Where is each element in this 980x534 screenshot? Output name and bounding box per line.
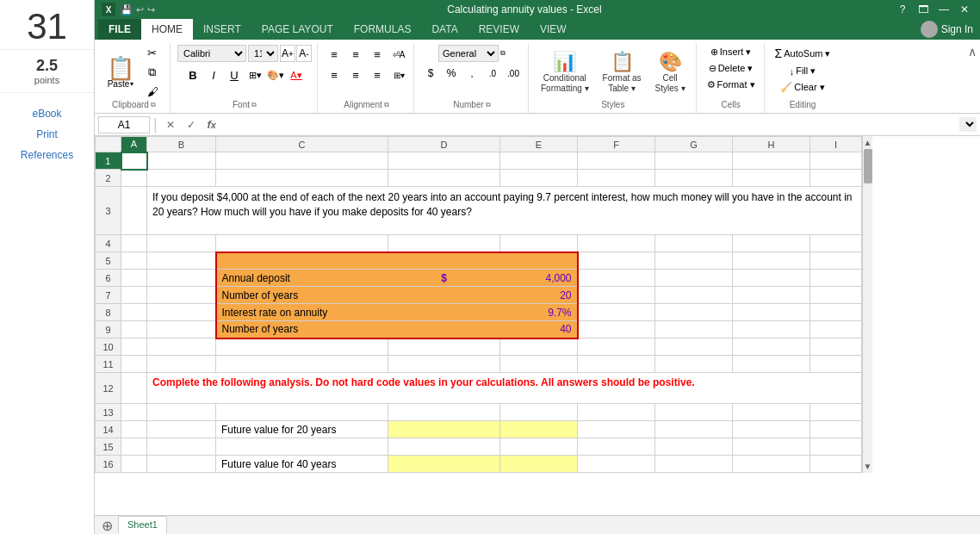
- cell-C11[interactable]: [216, 356, 388, 373]
- cell-A8[interactable]: [121, 304, 147, 321]
- paste-dropdown-icon[interactable]: ▾: [130, 80, 133, 88]
- cell-C4[interactable]: [216, 235, 388, 252]
- cell-A7[interactable]: [121, 287, 147, 304]
- insert-function-button[interactable]: fx: [202, 116, 221, 134]
- col-header-E[interactable]: E: [500, 137, 578, 152]
- cell-F1[interactable]: [578, 152, 655, 170]
- align-right-button[interactable]: ≡: [368, 65, 387, 84]
- cell-D14-yellow[interactable]: [388, 421, 500, 438]
- cell-B15[interactable]: [147, 438, 216, 456]
- col-header-I[interactable]: I: [810, 137, 862, 152]
- cell-I6[interactable]: [810, 270, 862, 287]
- conditional-formatting-button[interactable]: 📊 ConditionalFormatting ▾: [536, 47, 594, 97]
- cell-A16[interactable]: [121, 456, 147, 473]
- cell-B12-merged[interactable]: Complete the following analysis. Do not …: [147, 373, 862, 404]
- cell-B13[interactable]: [147, 404, 216, 421]
- cell-E15[interactable]: [500, 438, 578, 456]
- cell-H1[interactable]: [733, 152, 810, 170]
- cell-D8[interactable]: [388, 304, 500, 321]
- cell-F13[interactable]: [578, 404, 655, 421]
- cell-C15[interactable]: [216, 438, 388, 456]
- increase-font-size-button[interactable]: A+: [280, 45, 295, 62]
- cell-C8-label[interactable]: Interest rate on annuity: [216, 304, 388, 321]
- tab-page-layout[interactable]: PAGE LAYOUT: [251, 19, 344, 40]
- cell-H8[interactable]: [733, 304, 810, 321]
- tab-view[interactable]: VIEW: [530, 19, 577, 40]
- cell-D5-orange-top[interactable]: [388, 252, 500, 270]
- cell-I16[interactable]: [810, 456, 862, 473]
- cell-I15[interactable]: [810, 438, 862, 456]
- cell-B9[interactable]: [147, 321, 216, 338]
- cell-G10[interactable]: [655, 338, 733, 356]
- cell-D1[interactable]: [388, 152, 500, 170]
- cell-E2[interactable]: [500, 170, 578, 187]
- number-group-expand-icon[interactable]: ⧉: [486, 101, 491, 109]
- minimize-button[interactable]: —: [935, 3, 952, 16]
- cell-G1[interactable]: [655, 152, 733, 170]
- cell-G5[interactable]: [655, 252, 733, 270]
- borders-button[interactable]: ⊞▾: [245, 65, 264, 84]
- cell-H14[interactable]: [733, 421, 810, 438]
- cell-E4[interactable]: [500, 235, 578, 252]
- cell-A14[interactable]: [121, 421, 147, 438]
- cell-C1[interactable]: [216, 152, 388, 170]
- format-painter-button[interactable]: 🖌: [140, 84, 164, 100]
- cell-A13[interactable]: [121, 404, 147, 421]
- cell-D16-yellow[interactable]: [388, 456, 500, 473]
- cell-A5[interactable]: [121, 252, 147, 270]
- cell-G4[interactable]: [655, 235, 733, 252]
- cell-styles-button[interactable]: 🎨 CellStyles ▾: [650, 47, 691, 97]
- tab-file[interactable]: FILE: [98, 19, 141, 40]
- cell-A1[interactable]: [121, 152, 147, 170]
- cell-B16[interactable]: [147, 456, 216, 473]
- align-center-button[interactable]: ≡: [346, 65, 365, 84]
- cell-E7-value[interactable]: 20: [500, 287, 578, 304]
- cell-F5[interactable]: [578, 252, 655, 270]
- cell-G2[interactable]: [655, 170, 733, 187]
- cut-button[interactable]: ✂: [140, 45, 164, 61]
- cell-H16[interactable]: [733, 456, 810, 473]
- cell-B5[interactable]: [147, 252, 216, 270]
- redo-icon[interactable]: ↪: [147, 4, 155, 16]
- number-expand-icon[interactable]: ⧉: [500, 49, 506, 58]
- number-format-select[interactable]: General: [438, 45, 499, 62]
- underline-button[interactable]: U: [225, 65, 244, 84]
- decrease-decimal-button[interactable]: .0: [483, 64, 502, 83]
- cancel-formula-button[interactable]: ✕: [161, 116, 180, 134]
- paste-button[interactable]: 📋 Paste ▾: [103, 55, 138, 90]
- delete-cells-button[interactable]: ⊖ Delete ▾: [705, 61, 757, 76]
- cell-B4[interactable]: [147, 235, 216, 252]
- formula-input[interactable]: [225, 116, 956, 134]
- ribbon-expand-button[interactable]: ∧: [968, 45, 977, 59]
- formula-bar-select[interactable]: [959, 117, 977, 132]
- cell-H4[interactable]: [733, 235, 810, 252]
- cell-B3-merged[interactable]: If you deposit $4,000 at the end of each…: [147, 187, 862, 235]
- col-header-D[interactable]: D: [388, 137, 500, 152]
- cell-D11[interactable]: [388, 356, 500, 373]
- cell-F11[interactable]: [578, 356, 655, 373]
- italic-button[interactable]: I: [204, 65, 223, 84]
- cell-D13[interactable]: [388, 404, 500, 421]
- currency-button[interactable]: $: [421, 64, 440, 83]
- font-expand-icon[interactable]: ⧉: [251, 101, 257, 109]
- cell-G13[interactable]: [655, 404, 733, 421]
- cell-E1[interactable]: [500, 152, 578, 170]
- cell-G15[interactable]: [655, 438, 733, 456]
- alignment-expand-icon[interactable]: ⧉: [384, 101, 389, 109]
- vertical-scrollbar[interactable]: ▲ ▼: [862, 136, 872, 473]
- cell-C9-label[interactable]: Number of years: [216, 321, 388, 338]
- cell-A6[interactable]: [121, 270, 147, 287]
- col-header-H[interactable]: H: [733, 137, 810, 152]
- cell-H7[interactable]: [733, 287, 810, 304]
- scroll-track[interactable]: [863, 149, 872, 460]
- cell-H5[interactable]: [733, 252, 810, 270]
- cell-D15[interactable]: [388, 438, 500, 456]
- scroll-down-arrow[interactable]: ▼: [864, 460, 872, 473]
- align-top-center-button[interactable]: ≡: [346, 45, 365, 64]
- align-top-right-button[interactable]: ≡: [368, 45, 387, 64]
- cell-F16[interactable]: [578, 456, 655, 473]
- cell-D10[interactable]: [388, 338, 500, 356]
- save-icon[interactable]: 💾: [121, 4, 133, 16]
- sign-in-label[interactable]: Sign In: [941, 23, 973, 35]
- cell-F8[interactable]: [578, 304, 655, 321]
